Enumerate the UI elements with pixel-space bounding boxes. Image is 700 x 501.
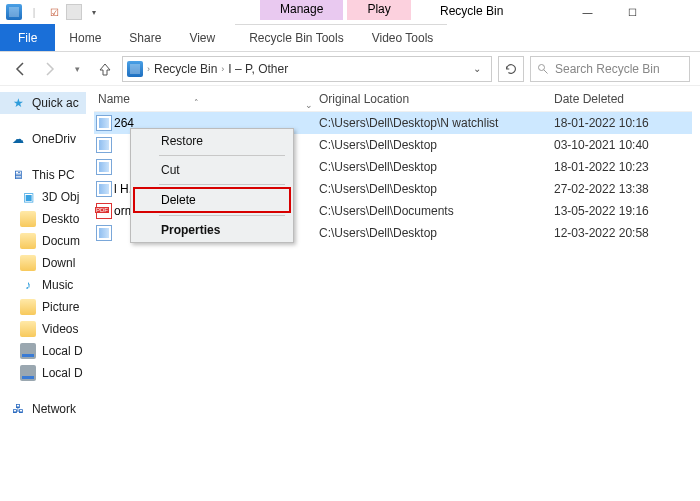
sidebar-item-pictures[interactable]: Picture <box>0 296 86 318</box>
chevron-right-icon[interactable]: › <box>221 64 224 74</box>
svg-line-1 <box>544 69 548 73</box>
qat-separator: | <box>26 4 42 20</box>
menu-separator <box>159 215 285 216</box>
forward-button[interactable] <box>38 58 60 80</box>
cell-date-deleted: 18-01-2022 10:23 <box>554 160 692 174</box>
search-box[interactable]: Search Recycle Bin <box>530 56 690 82</box>
cell-original-location: C:\Users\Dell\Desktop <box>319 182 554 196</box>
menu-item-restore[interactable]: Restore <box>131 129 293 153</box>
title-bar: | ☑ ▾ Manage Play Recycle Bin — ☐ <box>0 0 700 24</box>
cell-date-deleted: 13-05-2022 19:16 <box>554 204 692 218</box>
column-header-original-location[interactable]: Original Location <box>319 92 554 106</box>
tab-share[interactable]: Share <box>115 24 175 51</box>
file-icon <box>94 159 114 175</box>
maximize-button[interactable]: ☐ <box>610 0 655 24</box>
sidebar-item-quick-access[interactable]: ★ Quick ac <box>0 92 86 114</box>
menu-separator <box>159 184 285 185</box>
file-icon <box>94 137 114 153</box>
sidebar-item-desktop[interactable]: Deskto <box>0 208 86 230</box>
cell-original-location: C:\Users\Dell\Desktop <box>319 226 554 240</box>
tab-recycle-bin-tools[interactable]: Recycle Bin Tools <box>235 24 358 51</box>
sidebar-item-label: Downl <box>42 256 75 270</box>
column-header-label: Name <box>98 92 130 106</box>
play-header: Play <box>347 0 410 20</box>
cell-date-deleted: 27-02-2022 13:38 <box>554 182 692 196</box>
cloud-icon: ☁ <box>10 131 26 147</box>
column-header-name[interactable]: Name ˄ ⌄ <box>94 92 319 106</box>
body: ★ Quick ac ☁ OneDriv 🖥 This PC ▣ 3D Obj … <box>0 86 700 501</box>
cell-original-location: C:\Users\Dell\Desktop <box>319 138 554 152</box>
chevron-right-icon[interactable]: › <box>147 64 150 74</box>
chevron-down-icon[interactable]: ⌄ <box>305 100 313 110</box>
sidebar-item-this-pc[interactable]: 🖥 This PC <box>0 164 86 186</box>
breadcrumb-group[interactable]: I – P, Other <box>228 62 288 76</box>
sidebar-item-network[interactable]: 🖧 Network <box>0 398 86 420</box>
navigation-pane: ★ Quick ac ☁ OneDriv 🖥 This PC ▣ 3D Obj … <box>0 86 86 501</box>
svg-point-0 <box>539 64 545 70</box>
sidebar-item-documents[interactable]: Docum <box>0 230 86 252</box>
address-dropdown-icon[interactable]: ⌄ <box>473 63 487 74</box>
drive-icon <box>20 343 36 359</box>
cell-original-location: C:\Users\Dell\Desktop\N watchlist <box>319 116 554 130</box>
star-icon: ★ <box>10 95 26 111</box>
menu-separator <box>159 155 285 156</box>
cube-icon: ▣ <box>20 189 36 205</box>
manage-header: Manage <box>260 0 343 20</box>
tab-home[interactable]: Home <box>55 24 115 51</box>
sidebar-item-label: Local D <box>42 344 83 358</box>
network-icon: 🖧 <box>10 401 26 417</box>
sidebar-item-label: OneDriv <box>32 132 76 146</box>
column-header-date-deleted[interactable]: Date Deleted <box>554 92 692 106</box>
file-icon <box>94 203 114 219</box>
minimize-button[interactable]: — <box>565 0 610 24</box>
drive-icon <box>20 365 36 381</box>
sidebar-item-label: Docum <box>42 234 80 248</box>
qat-undo-icon[interactable] <box>66 4 82 20</box>
menu-item-delete[interactable]: Delete <box>133 187 291 213</box>
address-icon <box>127 61 143 77</box>
cell-date-deleted: 03-10-2021 10:40 <box>554 138 692 152</box>
refresh-button[interactable] <box>498 56 524 82</box>
sort-ascending-icon: ˄ <box>194 98 199 108</box>
sidebar-item-onedrive[interactable]: ☁ OneDriv <box>0 128 86 150</box>
search-icon <box>537 63 549 75</box>
folder-icon <box>20 255 36 271</box>
sidebar-item-label: Videos <box>42 322 78 336</box>
cell-date-deleted: 12-03-2022 20:58 <box>554 226 692 240</box>
sidebar-item-videos[interactable]: Videos <box>0 318 86 340</box>
folder-icon <box>20 211 36 227</box>
sidebar-item-music[interactable]: ♪ Music <box>0 274 86 296</box>
close-button[interactable] <box>655 0 700 24</box>
tab-view[interactable]: View <box>175 24 229 51</box>
tab-file[interactable]: File <box>0 24 55 51</box>
sidebar-item-label: This PC <box>32 168 75 182</box>
tab-video-tools[interactable]: Video Tools <box>358 24 448 51</box>
address-bar[interactable]: › Recycle Bin › I – P, Other ⌄ <box>122 56 492 82</box>
cell-date-deleted: 18-01-2022 10:16 <box>554 116 692 130</box>
qat-customize-icon[interactable]: ▾ <box>86 4 102 20</box>
sidebar-item-3d-objects[interactable]: ▣ 3D Obj <box>0 186 86 208</box>
sidebar-item-label: Local D <box>42 366 83 380</box>
sidebar-item-downloads[interactable]: Downl <box>0 252 86 274</box>
column-headers: Name ˄ ⌄ Original Location Date Deleted <box>94 86 692 112</box>
context-menu: Restore Cut Delete Properties <box>130 128 294 243</box>
back-button[interactable] <box>10 58 32 80</box>
file-icon <box>94 181 114 197</box>
window-buttons: — ☐ <box>565 0 700 24</box>
sidebar-item-local-disk-d[interactable]: Local D <box>0 362 86 384</box>
sidebar-item-label: Deskto <box>42 212 79 226</box>
sidebar-item-label: 3D Obj <box>42 190 79 204</box>
quick-access-toolbar: | ☑ ▾ <box>0 4 102 20</box>
menu-item-properties[interactable]: Properties <box>131 218 293 242</box>
up-button[interactable] <box>94 58 116 80</box>
properties-icon[interactable]: ☑ <box>46 4 62 20</box>
file-icon <box>94 225 114 241</box>
breadcrumb-recycle-bin[interactable]: Recycle Bin <box>154 62 217 76</box>
recent-locations-button[interactable]: ▾ <box>66 58 88 80</box>
menu-item-cut[interactable]: Cut <box>131 158 293 182</box>
folder-icon <box>20 299 36 315</box>
sidebar-item-local-disk-c[interactable]: Local D <box>0 340 86 362</box>
contextual-tab-headers: Manage Play <box>260 0 411 20</box>
music-icon: ♪ <box>20 277 36 293</box>
pc-icon: 🖥 <box>10 167 26 183</box>
